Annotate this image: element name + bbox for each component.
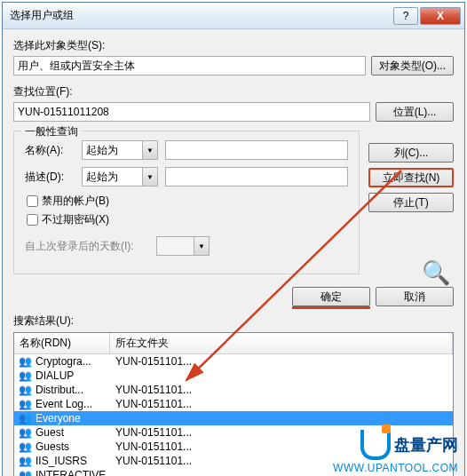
group-icon: 👥 [18, 369, 32, 382]
search-icon: 🔍 [368, 259, 450, 287]
titlebar[interactable]: 选择用户或组 ? X [3, 3, 464, 29]
columns-button[interactable]: 列(C)... [368, 143, 454, 163]
watermark-text: 盘量产网 [394, 434, 458, 456]
row-name: Event Log... [36, 398, 112, 410]
list-item[interactable]: 👥Distribut...YUN-0151101... [14, 383, 453, 397]
group-icon: 👥 [18, 469, 32, 476]
list-item[interactable]: 👥DIALUP [14, 369, 453, 383]
row-folder: YUN-0151101... [112, 384, 449, 396]
locations-button[interactable]: 位置(L)... [376, 102, 454, 122]
row-name: DIALUP [36, 369, 112, 382]
chevron-down-icon: ▼ [194, 237, 209, 255]
location-label: 查找位置(F): [13, 84, 454, 99]
row-folder: YUN-0151101... [112, 398, 449, 410]
group-icon: 👥 [18, 440, 32, 453]
object-type-input[interactable] [13, 56, 366, 75]
ok-button[interactable]: 确定 [292, 287, 370, 306]
row-name: IIS_IUSRS [36, 455, 112, 467]
non-expiring-pwd-label: 不过期密码(X) [42, 212, 109, 227]
disabled-accounts-label: 禁用的帐户(B) [42, 194, 109, 209]
row-name: Everyone [36, 412, 112, 424]
list-item[interactable]: 👥Cryptogra...YUN-0151101... [14, 354, 453, 369]
group-icon: 👥 [18, 412, 32, 424]
row-name: Guest [36, 426, 112, 439]
non-expiring-pwd-checkbox[interactable] [27, 214, 38, 226]
col-header-name[interactable]: 名称(RDN) [14, 333, 110, 353]
desc-input[interactable] [165, 167, 348, 186]
disabled-accounts-checkbox[interactable] [27, 195, 38, 207]
desc-label: 描述(D): [25, 170, 75, 185]
watermark-logo: 盘量产网 [360, 430, 458, 460]
common-queries-legend: 一般性查询 [21, 124, 82, 139]
row-name: Distribut... [36, 384, 112, 396]
dialog-window: 选择用户或组 ? X 选择此对象类型(S): 对象类型(O)... 查找位置(F… [2, 2, 465, 476]
group-icon: 👥 [18, 455, 32, 467]
name-label: 名称(A): [25, 143, 75, 158]
desc-combo[interactable]: 起始为 ▼ [82, 167, 158, 186]
group-icon: 👥 [18, 426, 32, 439]
row-name: Cryptogra... [36, 355, 112, 368]
cancel-button[interactable]: 取消 [376, 287, 454, 306]
days-since-logon-label: 自上次登录后的天数(I): [25, 239, 149, 254]
dialog-body: 选择此对象类型(S): 对象类型(O)... 查找位置(F): 位置(L)...… [3, 29, 464, 476]
object-type-label: 选择此对象类型(S): [13, 38, 454, 53]
window-title: 选择用户或组 [10, 8, 393, 23]
days-combo: ▼ [156, 236, 210, 256]
close-button[interactable]: X [420, 7, 461, 25]
common-queries-group: 一般性查询 名称(A): 起始为 ▼ 描述(D): 起始为 ▼ [13, 131, 360, 274]
group-icon: 👥 [18, 384, 32, 396]
list-item[interactable]: 👥Everyone [14, 411, 453, 425]
stop-button[interactable]: 停止(T) [368, 193, 454, 212]
location-input[interactable] [13, 102, 370, 122]
highlight-underline [292, 306, 370, 309]
chevron-down-icon: ▼ [142, 168, 157, 186]
group-icon: 👥 [18, 355, 32, 368]
find-now-button[interactable]: 立即查找(N) [368, 168, 454, 187]
list-header[interactable]: 名称(RDN) 所在文件夹 [14, 333, 453, 354]
help-button[interactable]: ? [393, 7, 418, 25]
col-header-folder[interactable]: 所在文件夹 [110, 333, 453, 353]
group-icon: 👥 [18, 398, 32, 410]
watermark-url: WWW.UPANTOOL.COM [333, 462, 458, 474]
chevron-down-icon: ▼ [142, 141, 157, 159]
object-types-button[interactable]: 对象类型(O)... [371, 56, 454, 75]
list-item[interactable]: 👥Event Log...YUN-0151101... [14, 397, 453, 411]
name-combo[interactable]: 起始为 ▼ [82, 140, 158, 160]
search-results-label: 搜索结果(U): [13, 313, 454, 329]
row-name: Guests [36, 440, 112, 453]
u-icon [360, 430, 391, 460]
row-name: INTERACTIVE [36, 469, 112, 476]
row-folder: YUN-0151101... [112, 355, 449, 368]
name-input[interactable] [165, 140, 348, 160]
